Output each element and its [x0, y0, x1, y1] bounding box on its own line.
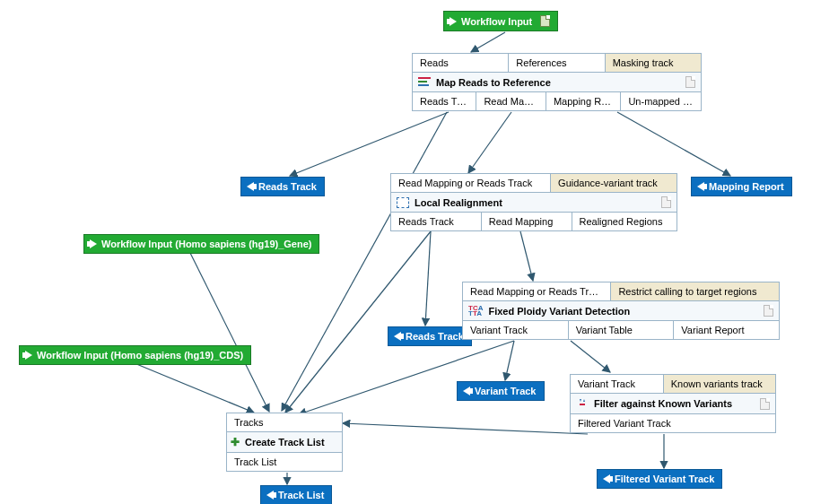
- node-create-track-list[interactable]: Tracks ✚ Create Track List Track List: [226, 413, 343, 472]
- input-ports-row: Read Mapping or Reads Track Guidance-var…: [391, 174, 677, 193]
- map-reads-icon: [418, 77, 431, 88]
- workflow-input-cds[interactable]: Workflow Input (Homo sapiens (hg19)_CDS): [19, 345, 251, 365]
- output-arrow-icon: [247, 182, 254, 191]
- port-variant-track[interactable]: Variant Track: [463, 321, 569, 339]
- node-title: Map Reads to Reference: [436, 77, 551, 88]
- fixed-ploidy-icon: TCATTA: [468, 306, 483, 317]
- output-arrow-icon: [394, 332, 401, 341]
- output-arrow-icon: [266, 491, 274, 500]
- port-guidance-variant-track[interactable]: Guidance-variant track: [551, 174, 677, 193]
- filter-icon: [576, 397, 589, 410]
- port-unmapped-reads[interactable]: Un-mapped Reads: [621, 92, 701, 110]
- port-realigned-regions[interactable]: Realigned Regions: [572, 213, 677, 230]
- document-icon: [685, 76, 695, 88]
- node-map-reads-to-reference[interactable]: Reads References Masking track Map Reads…: [412, 53, 702, 111]
- input-label: Workflow Input (Homo sapiens (hg19)_Gene…: [101, 239, 311, 249]
- node-title: Local Realignment: [415, 197, 502, 208]
- port-track-list[interactable]: Track List: [227, 453, 342, 471]
- output-ports-row: Track List: [227, 453, 342, 471]
- output-variant-track[interactable]: Variant Track: [457, 381, 545, 401]
- node-title-bar[interactable]: Filter against Known Variants: [571, 394, 775, 414]
- input-ports-row: Variant Track Known variants track: [571, 375, 775, 394]
- input-arrow-icon: [25, 351, 32, 360]
- output-label: Reads Track: [258, 181, 317, 192]
- output-ports-row: Variant Track Variant Table Variant Repo…: [463, 321, 779, 339]
- port-read-mapping[interactable]: Read Mapping: [482, 213, 572, 230]
- port-variant-table[interactable]: Variant Table: [569, 321, 675, 339]
- port-tracks[interactable]: Tracks: [227, 413, 342, 432]
- output-arrow-icon: [603, 474, 610, 483]
- document-icon: [764, 305, 773, 317]
- input-arrow-icon: [450, 17, 457, 26]
- port-reads[interactable]: Reads: [413, 54, 509, 73]
- node-title-bar[interactable]: Map Reads to Reference: [413, 73, 701, 92]
- port-variant-report[interactable]: Variant Report: [674, 321, 779, 339]
- input-ports-row: Read Mapping or Reads Track Restrict cal…: [463, 282, 779, 301]
- port-filtered-variant-track[interactable]: Filtered Variant Track: [571, 414, 775, 432]
- port-read-mapping-or-reads-track[interactable]: Read Mapping or Reads Track: [391, 174, 551, 193]
- port-variant-track[interactable]: Variant Track: [571, 375, 664, 394]
- node-title-bar[interactable]: ✚ Create Track List: [227, 432, 342, 453]
- document-icon: [661, 196, 671, 208]
- output-ports-row: Reads Track Read Mapping Mapping Report …: [413, 92, 701, 110]
- port-read-mapping[interactable]: Read Mapping: [476, 92, 546, 110]
- port-references[interactable]: References: [509, 54, 605, 73]
- port-masking-track[interactable]: Masking track: [606, 54, 701, 73]
- output-label: Track List: [278, 490, 324, 500]
- output-label: Variant Track: [475, 386, 537, 396]
- input-ports-row: Tracks: [227, 413, 342, 432]
- port-restrict-calling[interactable]: Restrict calling to target regions: [611, 282, 779, 301]
- output-ports-row: Reads Track Read Mapping Realigned Regio…: [391, 213, 677, 230]
- node-title-bar[interactable]: TCATTA Fixed Ploidy Variant Detection: [463, 301, 779, 321]
- svg-rect-0: [580, 404, 585, 405]
- output-label: Filtered Variant Track: [615, 474, 714, 484]
- port-known-variants-track[interactable]: Known variants track: [664, 375, 775, 394]
- port-reads-track[interactable]: Reads Track: [391, 213, 482, 230]
- document-icon: [540, 15, 550, 27]
- create-track-list-icon: ✚: [231, 436, 240, 448]
- node-fixed-ploidy-variant-detection[interactable]: Read Mapping or Reads Track Restrict cal…: [462, 282, 780, 340]
- output-ports-row: Filtered Variant Track: [571, 414, 775, 432]
- node-title-bar[interactable]: Local Realignment: [391, 193, 677, 213]
- input-label: Workflow Input (Homo sapiens (hg19)_CDS): [37, 350, 243, 361]
- workflow-input-gene[interactable]: Workflow Input (Homo sapiens (hg19)_Gene…: [83, 234, 319, 254]
- output-label: Mapping Report: [709, 181, 784, 192]
- workflow-input[interactable]: Workflow Input: [443, 11, 558, 31]
- local-realignment-icon: [397, 197, 409, 208]
- input-arrow-icon: [90, 239, 97, 248]
- port-read-mapping-or-reads-track[interactable]: Read Mapping or Reads Track: [463, 282, 611, 301]
- output-track-list[interactable]: Track List: [260, 485, 332, 504]
- node-local-realignment[interactable]: Read Mapping or Reads Track Guidance-var…: [390, 173, 677, 231]
- output-filtered-variant-track[interactable]: Filtered Variant Track: [597, 469, 722, 489]
- node-title: Fixed Ploidy Variant Detection: [488, 306, 630, 317]
- document-icon: [760, 398, 770, 410]
- input-label: Workflow Input: [461, 16, 532, 27]
- output-reads-track-2[interactable]: Reads Track: [388, 326, 472, 346]
- node-filter-against-known-variants[interactable]: Variant Track Known variants track Filte…: [570, 374, 776, 433]
- output-reads-track-1[interactable]: Reads Track: [240, 177, 325, 196]
- node-title: Filter against Known Variants: [594, 398, 732, 409]
- port-mapping-report[interactable]: Mapping Report: [546, 92, 622, 110]
- input-ports-row: Reads References Masking track: [413, 54, 701, 73]
- output-arrow-icon: [463, 387, 470, 395]
- output-label: Reads Track: [406, 331, 464, 342]
- node-title: Create Track List: [245, 437, 325, 448]
- output-arrow-icon: [697, 182, 704, 191]
- output-mapping-report[interactable]: Mapping Report: [691, 177, 792, 196]
- port-reads-track[interactable]: Reads Track: [413, 92, 476, 110]
